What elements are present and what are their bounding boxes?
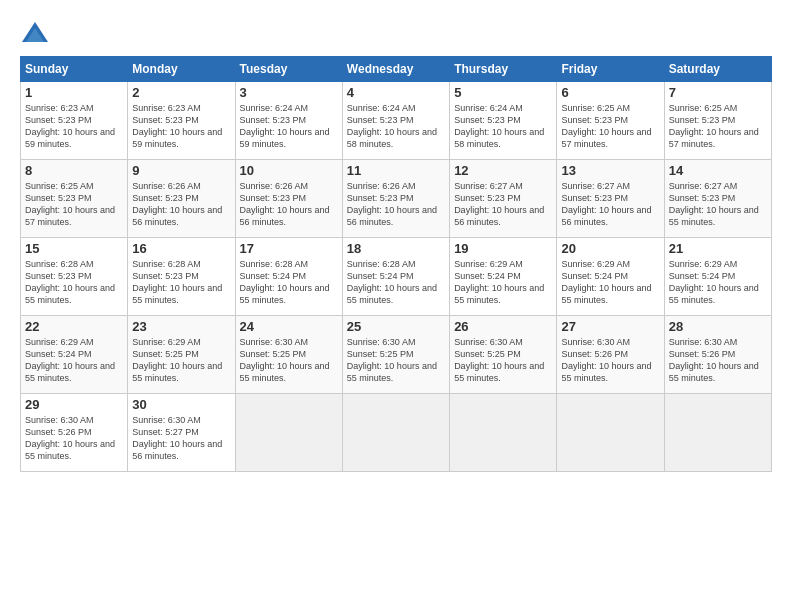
- day-number: 20: [561, 241, 659, 256]
- day-cell: 15 Sunrise: 6:28 AM Sunset: 5:23 PM Dayl…: [21, 238, 128, 316]
- day-cell: 6 Sunrise: 6:25 AM Sunset: 5:23 PM Dayli…: [557, 82, 664, 160]
- day-number: 3: [240, 85, 338, 100]
- day-info: Sunrise: 6:30 AM Sunset: 5:25 PM Dayligh…: [454, 336, 552, 385]
- day-info: Sunrise: 6:29 AM Sunset: 5:24 PM Dayligh…: [454, 258, 552, 307]
- day-info: Sunrise: 6:23 AM Sunset: 5:23 PM Dayligh…: [25, 102, 123, 151]
- day-cell: 10 Sunrise: 6:26 AM Sunset: 5:23 PM Dayl…: [235, 160, 342, 238]
- day-cell: [450, 394, 557, 472]
- day-info: Sunrise: 6:30 AM Sunset: 5:26 PM Dayligh…: [669, 336, 767, 385]
- col-header-tuesday: Tuesday: [235, 57, 342, 82]
- day-cell: [342, 394, 449, 472]
- day-number: 19: [454, 241, 552, 256]
- day-number: 5: [454, 85, 552, 100]
- day-cell: 29 Sunrise: 6:30 AM Sunset: 5:26 PM Dayl…: [21, 394, 128, 472]
- day-cell: 7 Sunrise: 6:25 AM Sunset: 5:23 PM Dayli…: [664, 82, 771, 160]
- day-number: 15: [25, 241, 123, 256]
- day-number: 26: [454, 319, 552, 334]
- day-number: 16: [132, 241, 230, 256]
- day-info: Sunrise: 6:27 AM Sunset: 5:23 PM Dayligh…: [561, 180, 659, 229]
- day-cell: 12 Sunrise: 6:27 AM Sunset: 5:23 PM Dayl…: [450, 160, 557, 238]
- day-cell: [557, 394, 664, 472]
- day-info: Sunrise: 6:30 AM Sunset: 5:25 PM Dayligh…: [240, 336, 338, 385]
- day-cell: [235, 394, 342, 472]
- day-cell: 5 Sunrise: 6:24 AM Sunset: 5:23 PM Dayli…: [450, 82, 557, 160]
- day-info: Sunrise: 6:28 AM Sunset: 5:24 PM Dayligh…: [347, 258, 445, 307]
- day-number: 18: [347, 241, 445, 256]
- day-number: 14: [669, 163, 767, 178]
- day-number: 12: [454, 163, 552, 178]
- day-cell: 3 Sunrise: 6:24 AM Sunset: 5:23 PM Dayli…: [235, 82, 342, 160]
- day-number: 9: [132, 163, 230, 178]
- day-cell: 19 Sunrise: 6:29 AM Sunset: 5:24 PM Dayl…: [450, 238, 557, 316]
- logo-icon: [20, 20, 50, 50]
- day-info: Sunrise: 6:25 AM Sunset: 5:23 PM Dayligh…: [669, 102, 767, 151]
- day-number: 17: [240, 241, 338, 256]
- week-row-3: 15 Sunrise: 6:28 AM Sunset: 5:23 PM Dayl…: [21, 238, 772, 316]
- col-header-sunday: Sunday: [21, 57, 128, 82]
- day-number: 30: [132, 397, 230, 412]
- day-number: 22: [25, 319, 123, 334]
- day-info: Sunrise: 6:27 AM Sunset: 5:23 PM Dayligh…: [669, 180, 767, 229]
- day-number: 4: [347, 85, 445, 100]
- day-info: Sunrise: 6:25 AM Sunset: 5:23 PM Dayligh…: [25, 180, 123, 229]
- day-cell: 20 Sunrise: 6:29 AM Sunset: 5:24 PM Dayl…: [557, 238, 664, 316]
- header-row: SundayMondayTuesdayWednesdayThursdayFrid…: [21, 57, 772, 82]
- day-info: Sunrise: 6:25 AM Sunset: 5:23 PM Dayligh…: [561, 102, 659, 151]
- day-cell: [664, 394, 771, 472]
- day-info: Sunrise: 6:29 AM Sunset: 5:24 PM Dayligh…: [669, 258, 767, 307]
- day-number: 28: [669, 319, 767, 334]
- week-row-1: 1 Sunrise: 6:23 AM Sunset: 5:23 PM Dayli…: [21, 82, 772, 160]
- day-number: 23: [132, 319, 230, 334]
- day-cell: 16 Sunrise: 6:28 AM Sunset: 5:23 PM Dayl…: [128, 238, 235, 316]
- day-info: Sunrise: 6:23 AM Sunset: 5:23 PM Dayligh…: [132, 102, 230, 151]
- day-info: Sunrise: 6:29 AM Sunset: 5:25 PM Dayligh…: [132, 336, 230, 385]
- day-cell: 24 Sunrise: 6:30 AM Sunset: 5:25 PM Dayl…: [235, 316, 342, 394]
- day-number: 8: [25, 163, 123, 178]
- col-header-monday: Monday: [128, 57, 235, 82]
- day-info: Sunrise: 6:24 AM Sunset: 5:23 PM Dayligh…: [454, 102, 552, 151]
- day-cell: 14 Sunrise: 6:27 AM Sunset: 5:23 PM Dayl…: [664, 160, 771, 238]
- day-info: Sunrise: 6:30 AM Sunset: 5:26 PM Dayligh…: [561, 336, 659, 385]
- calendar-table: SundayMondayTuesdayWednesdayThursdayFrid…: [20, 56, 772, 472]
- logo: [20, 20, 54, 50]
- day-cell: 27 Sunrise: 6:30 AM Sunset: 5:26 PM Dayl…: [557, 316, 664, 394]
- header: [20, 20, 772, 50]
- day-cell: 22 Sunrise: 6:29 AM Sunset: 5:24 PM Dayl…: [21, 316, 128, 394]
- day-cell: 26 Sunrise: 6:30 AM Sunset: 5:25 PM Dayl…: [450, 316, 557, 394]
- day-number: 29: [25, 397, 123, 412]
- day-info: Sunrise: 6:24 AM Sunset: 5:23 PM Dayligh…: [347, 102, 445, 151]
- week-row-4: 22 Sunrise: 6:29 AM Sunset: 5:24 PM Dayl…: [21, 316, 772, 394]
- week-row-5: 29 Sunrise: 6:30 AM Sunset: 5:26 PM Dayl…: [21, 394, 772, 472]
- day-info: Sunrise: 6:30 AM Sunset: 5:27 PM Dayligh…: [132, 414, 230, 463]
- day-cell: 18 Sunrise: 6:28 AM Sunset: 5:24 PM Dayl…: [342, 238, 449, 316]
- day-info: Sunrise: 6:27 AM Sunset: 5:23 PM Dayligh…: [454, 180, 552, 229]
- day-info: Sunrise: 6:26 AM Sunset: 5:23 PM Dayligh…: [132, 180, 230, 229]
- day-info: Sunrise: 6:26 AM Sunset: 5:23 PM Dayligh…: [240, 180, 338, 229]
- col-header-wednesday: Wednesday: [342, 57, 449, 82]
- week-row-2: 8 Sunrise: 6:25 AM Sunset: 5:23 PM Dayli…: [21, 160, 772, 238]
- day-number: 7: [669, 85, 767, 100]
- day-cell: 11 Sunrise: 6:26 AM Sunset: 5:23 PM Dayl…: [342, 160, 449, 238]
- day-cell: 30 Sunrise: 6:30 AM Sunset: 5:27 PM Dayl…: [128, 394, 235, 472]
- day-info: Sunrise: 6:24 AM Sunset: 5:23 PM Dayligh…: [240, 102, 338, 151]
- day-number: 21: [669, 241, 767, 256]
- calendar-page: SundayMondayTuesdayWednesdayThursdayFrid…: [0, 0, 792, 612]
- col-header-thursday: Thursday: [450, 57, 557, 82]
- day-cell: 25 Sunrise: 6:30 AM Sunset: 5:25 PM Dayl…: [342, 316, 449, 394]
- day-info: Sunrise: 6:29 AM Sunset: 5:24 PM Dayligh…: [25, 336, 123, 385]
- day-number: 6: [561, 85, 659, 100]
- day-cell: 23 Sunrise: 6:29 AM Sunset: 5:25 PM Dayl…: [128, 316, 235, 394]
- day-number: 25: [347, 319, 445, 334]
- day-number: 11: [347, 163, 445, 178]
- day-info: Sunrise: 6:30 AM Sunset: 5:26 PM Dayligh…: [25, 414, 123, 463]
- day-info: Sunrise: 6:26 AM Sunset: 5:23 PM Dayligh…: [347, 180, 445, 229]
- day-number: 24: [240, 319, 338, 334]
- day-cell: 4 Sunrise: 6:24 AM Sunset: 5:23 PM Dayli…: [342, 82, 449, 160]
- day-cell: 2 Sunrise: 6:23 AM Sunset: 5:23 PM Dayli…: [128, 82, 235, 160]
- day-cell: 9 Sunrise: 6:26 AM Sunset: 5:23 PM Dayli…: [128, 160, 235, 238]
- day-cell: 1 Sunrise: 6:23 AM Sunset: 5:23 PM Dayli…: [21, 82, 128, 160]
- day-cell: 17 Sunrise: 6:28 AM Sunset: 5:24 PM Dayl…: [235, 238, 342, 316]
- col-header-saturday: Saturday: [664, 57, 771, 82]
- day-info: Sunrise: 6:28 AM Sunset: 5:23 PM Dayligh…: [132, 258, 230, 307]
- day-info: Sunrise: 6:29 AM Sunset: 5:24 PM Dayligh…: [561, 258, 659, 307]
